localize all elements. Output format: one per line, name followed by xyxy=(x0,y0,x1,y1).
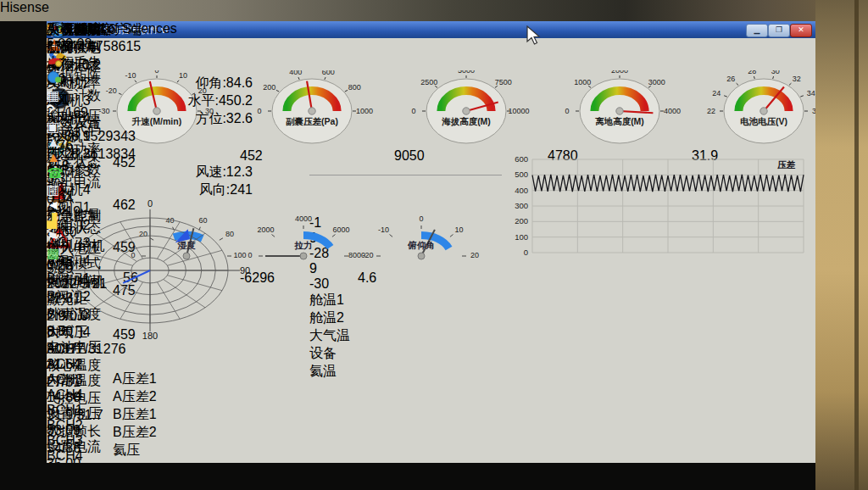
temperature-bar-chart: -19-289-30舱温1舱温2大气温设备氦温 xyxy=(309,155,502,221)
svg-text:0: 0 xyxy=(147,199,153,209)
bar-label: A压差1 xyxy=(113,370,305,388)
bar-label: 氦压 xyxy=(113,442,305,459)
matrix-icon[interactable]: ▩ xyxy=(47,245,107,261)
svg-text:26: 26 xyxy=(726,75,735,83)
chart-grid xyxy=(309,155,502,215)
bar-label: 氦温 xyxy=(309,363,502,381)
svg-text:600: 600 xyxy=(515,154,528,164)
clock-date: 2022/5/21 xyxy=(47,276,107,292)
svg-text:200: 200 xyxy=(263,83,275,92)
svg-text:100: 100 xyxy=(515,232,528,242)
small-gauge-dial: -20-1001020俯仰角 xyxy=(358,216,485,267)
svg-text:4000: 4000 xyxy=(295,216,312,223)
svg-text:海拔高度(M): 海拔高度(M) xyxy=(441,116,491,126)
close-button[interactable]: ✕ xyxy=(790,24,812,37)
svg-text:拉力: 拉力 xyxy=(294,240,313,250)
vlc-tray-icon[interactable]: ▲ xyxy=(47,150,107,165)
svg-text:600: 600 xyxy=(322,70,335,76)
svg-text:0: 0 xyxy=(565,107,569,115)
gauge-dial: 02004006008001000副囊压差(Pa) xyxy=(240,70,384,145)
status-11: 飞控电压31.9/31.7 xyxy=(47,390,141,423)
status-label: 核心温度 xyxy=(47,357,141,375)
bar xyxy=(309,192,502,215)
institute-name-en: Academy of Sciences xyxy=(47,21,177,36)
up-arrow-icon[interactable]: ▲ xyxy=(47,135,107,150)
taskbar-clock[interactable]: 5:092022/5/21 xyxy=(47,261,107,292)
svg-text:30: 30 xyxy=(771,70,780,75)
status-value: 27/31 xyxy=(47,375,141,390)
status-9: 大气压30877/31276 xyxy=(47,324,141,357)
svg-text:3000: 3000 xyxy=(648,78,665,86)
wall-top xyxy=(0,0,868,21)
svg-text:0: 0 xyxy=(524,248,528,257)
svg-text:36: 36 xyxy=(812,107,815,115)
small-gauge-1: 02000400060008000拉力-6296 xyxy=(240,216,367,281)
clipboard-icon[interactable]: ▥ xyxy=(47,181,107,198)
svg-text:0: 0 xyxy=(419,216,423,223)
clock-time: 5:09 xyxy=(47,261,107,276)
svg-text:离地高度(M): 离地高度(M) xyxy=(594,116,644,126)
zero-axis xyxy=(309,175,502,175)
gauge-1: 02004006008001000副囊压差(Pa)452 xyxy=(240,70,384,164)
status-value: 54/86 xyxy=(47,441,141,456)
svg-text:-20: -20 xyxy=(362,251,373,259)
printer-icon[interactable]: ▣ xyxy=(47,119,107,135)
svg-text:2000: 2000 xyxy=(257,226,274,234)
gauge-dial: 025005000750010000海拔高度(M) xyxy=(394,70,538,145)
svg-text:2000: 2000 xyxy=(611,70,628,75)
svg-text:28: 28 xyxy=(748,70,756,75)
bar xyxy=(309,156,502,163)
help-icon[interactable]: ? xyxy=(47,103,107,119)
bar-label: 大气温 xyxy=(309,327,502,345)
svg-text:10000: 10000 xyxy=(508,107,529,115)
svg-text:0: 0 xyxy=(411,107,415,115)
small-gauge-dial: 02000400060008000拉力 xyxy=(240,216,367,267)
small-gauge-value: -6296 xyxy=(240,270,367,286)
svg-text:180: 180 xyxy=(142,331,158,340)
system-tray: ▦?▣▲▲☎▥◄▟⚑▩ xyxy=(47,87,107,261)
bar-label: 舱温1 xyxy=(309,292,502,309)
volume-icon[interactable]: ◄ xyxy=(47,198,107,213)
svg-text:1000: 1000 xyxy=(574,78,591,86)
svg-text:22: 22 xyxy=(707,107,715,115)
tv-screen: 极目三号地面控制软件.vi ▁ ❐ ✕ 2022/5/21 5:09:08 -3… xyxy=(47,21,815,463)
network-icon[interactable]: ▟ xyxy=(47,213,107,229)
tool-icon xyxy=(47,55,64,70)
svg-text:34: 34 xyxy=(807,89,815,97)
svg-text:4000: 4000 xyxy=(664,107,681,115)
bar-label: A压差2 xyxy=(113,388,305,406)
svg-text:32: 32 xyxy=(793,75,801,83)
tv-brand: Hisense xyxy=(0,0,49,15)
minimize-button[interactable]: ▁ xyxy=(746,24,768,37)
phone-icon[interactable]: ☎ xyxy=(47,165,107,181)
svg-text:俯仰角: 俯仰角 xyxy=(407,240,435,250)
status-8: 激光距2.9/0.0 xyxy=(47,291,141,324)
svg-text:7500: 7500 xyxy=(495,78,512,86)
status-label: 飞控电压 xyxy=(47,390,141,408)
svg-text:-10: -10 xyxy=(378,226,389,234)
wall-right xyxy=(815,0,868,490)
pressure-trend-chart: 0100200300400500600压差 xyxy=(507,154,812,262)
wind-marker xyxy=(175,229,190,242)
gauge-2: 025005000750010000海拔高度(M)9050 xyxy=(394,70,538,164)
svg-text:6000: 6000 xyxy=(333,226,350,234)
svg-text:20: 20 xyxy=(470,251,479,259)
svg-text:400: 400 xyxy=(289,70,302,76)
bar-label: 设备 xyxy=(309,345,502,363)
status-label: 数据帧长 xyxy=(47,423,141,441)
svg-text:200: 200 xyxy=(515,216,528,226)
small-gauge-value: 4.6 xyxy=(358,270,485,286)
status-value: 31.9/31.7 xyxy=(47,408,141,423)
svg-text:90: 90 xyxy=(240,265,250,276)
windows-taskbar[interactable]: eS▦?▣▲▲☎▥◄▟⚑▩5:092022/5/21 xyxy=(47,21,107,292)
svg-text:800: 800 xyxy=(348,83,361,92)
gauge-3: 01000200030004000离地高度(M)4780 xyxy=(548,70,692,164)
keyboard-icon[interactable]: ▦ xyxy=(47,87,107,103)
tool-button[interactable] xyxy=(47,55,107,70)
flag-icon[interactable]: ⚑ xyxy=(47,229,107,245)
maximize-button[interactable]: ❐ xyxy=(768,24,790,37)
svg-text:1000: 1000 xyxy=(356,107,373,115)
utility-button[interactable] xyxy=(47,70,107,87)
legend-label: 压差 xyxy=(776,159,796,170)
svg-text:500: 500 xyxy=(515,170,528,179)
